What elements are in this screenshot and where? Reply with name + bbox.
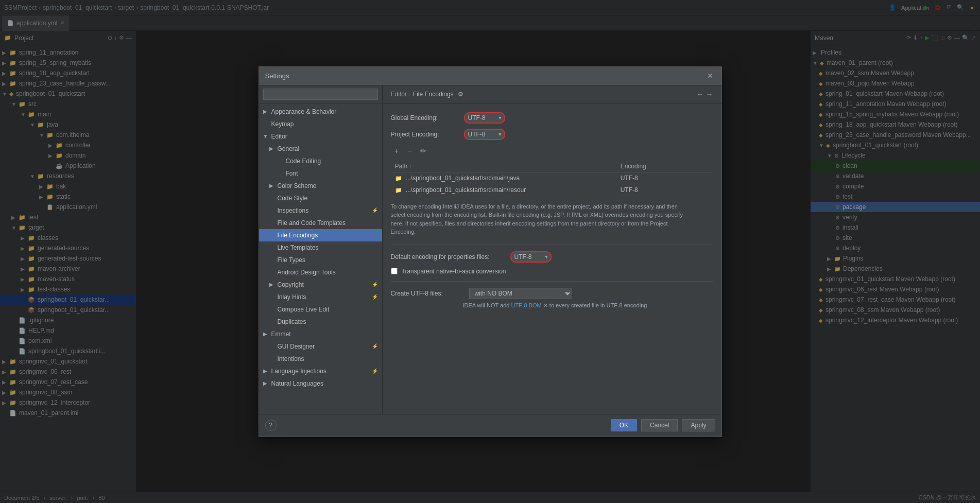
nav-code-editing[interactable]: Code Editing [259, 155, 382, 167]
nav-label: Compose Live Edit [278, 306, 330, 313]
footer-left: ? [265, 420, 277, 431]
nav-label: Duplicates [278, 318, 306, 325]
bom-note-link[interactable]: UTF-8 BOM [511, 302, 541, 308]
ok-button[interactable]: OK [611, 419, 637, 431]
nav-arrow: ▶ [263, 368, 269, 374]
nav-label: File and Code Templates [278, 219, 346, 227]
nav-label: Editor [271, 133, 287, 140]
nav-badge: ⚡ [372, 294, 378, 300]
settings-search-input[interactable] [263, 89, 378, 100]
table-path-cell: 📁 ...\springboot_01_quickstart\src\main\… [391, 184, 616, 196]
nav-android-design[interactable]: Android Design Tools [259, 266, 382, 279]
nav-copyright[interactable]: ▶ Copyright ⚡ [259, 279, 382, 291]
nav-label: Font [286, 170, 298, 177]
path-col-header[interactable]: Path [391, 161, 616, 172]
content-body: Global Encoding: UTF-8 Project Encoding: [383, 104, 721, 414]
nav-badge: ⚡ [372, 343, 378, 349]
nav-keymap[interactable]: Keymap [259, 118, 382, 130]
bom-select[interactable]: with NO BOM with BOM [469, 288, 572, 299]
encoding-toolbar: + − ✏ [391, 145, 713, 157]
global-encoding-select[interactable]: UTF-8 [464, 112, 505, 124]
nav-label: Natural Languages [271, 380, 323, 387]
nav-general[interactable]: ▶ General [259, 143, 382, 155]
table-path-value: ...\springboot_01_quickstart\src\main\re… [406, 186, 526, 194]
project-encoding-row: Project Encoding: UTF-8 [391, 129, 713, 140]
nav-file-types[interactable]: File Types [259, 254, 382, 266]
nav-inlay-hints[interactable]: Inlay Hints ⚡ [259, 291, 382, 303]
content-options-icon[interactable]: ⚙ [458, 91, 463, 98]
project-encoding-label: Project Encoding: [391, 131, 458, 138]
nav-arrow: ▶ [263, 109, 269, 114]
nav-label: Intentions [278, 355, 304, 362]
global-encoding-label: Global Encoding: [391, 114, 458, 122]
nav-label: Live Templates [278, 244, 319, 251]
nav-back-btn[interactable]: ← [697, 90, 704, 98]
settings-nav: ▶ Appearance & Behavior Keymap ▼ Editor … [259, 85, 383, 414]
nav-arrow: ▶ [269, 183, 276, 188]
settings-tree: ▶ Appearance & Behavior Keymap ▼ Editor … [259, 103, 382, 414]
table-path-cell: 📁 ...\springboot_01_quickstart\src\main\… [391, 172, 616, 184]
nav-file-encodings[interactable]: File Encodings [259, 229, 382, 241]
nav-badge: ⚡ [372, 282, 378, 287]
nav-emmet[interactable]: ▶ Emmet [259, 328, 382, 340]
add-encoding-button[interactable]: + [391, 145, 402, 157]
bom-note-prefix: IDEA will NOT add [463, 302, 511, 308]
separator2 [391, 281, 713, 282]
dialog-close-button[interactable]: ✕ [705, 71, 715, 81]
dialog-footer: ? OK Cancel Apply [259, 414, 721, 437]
breadcrumb-current: File Encodings [413, 91, 454, 98]
nav-label: Inspections [278, 207, 309, 214]
cancel-button[interactable]: Cancel [641, 419, 678, 431]
nav-label: General [278, 145, 300, 152]
nav-font[interactable]: Font [259, 167, 382, 180]
nav-label: Emmet [271, 331, 291, 338]
nav-color-scheme[interactable]: ▶ Color Scheme [259, 180, 382, 192]
nav-arrow: ▶ [263, 380, 269, 386]
bom-note-suffix: ✕ to every created file in UTF-8 encodin… [543, 302, 647, 308]
project-encoding-select[interactable]: UTF-8 [464, 129, 505, 140]
nav-label: File Types [278, 256, 305, 264]
nav-label: Android Design Tools [278, 269, 336, 276]
props-encoding-label: Default encoding for properties files: [391, 253, 504, 261]
nav-language-injections[interactable]: ▶ Language Injections ⚡ [259, 365, 382, 377]
transparent-label: Transparent native-to-ascii conversion [402, 268, 506, 275]
content-header-nav: ← → [697, 90, 713, 98]
dialog-body: ▶ Appearance & Behavior Keymap ▼ Editor … [259, 85, 721, 414]
folder-icon: 📁 [395, 187, 402, 193]
nav-label: Code Style [278, 195, 308, 202]
settings-search-area [259, 85, 382, 103]
nav-gui-designer[interactable]: GUI Designer ⚡ [259, 340, 382, 353]
nav-label: Language Injections [271, 368, 326, 375]
nav-code-style[interactable]: Code Style [259, 192, 382, 204]
nav-natural-langs[interactable]: ▶ Natural Languages [259, 377, 382, 390]
nav-label: Inlay Hints [278, 293, 306, 301]
nav-file-code-templates[interactable]: File and Code Templates [259, 217, 382, 229]
apply-button[interactable]: Apply [682, 419, 715, 431]
nav-intentions[interactable]: Intentions [259, 353, 382, 365]
nav-label: GUI Designer [278, 343, 315, 350]
dialog-overlay: Settings ✕ ▶ Appearance & Behavior Keyma… [0, 0, 980, 503]
remove-encoding-button[interactable]: − [404, 145, 416, 157]
nav-compose-live[interactable]: Compose Live Edit [259, 303, 382, 316]
nav-arrow: ▶ [263, 331, 269, 337]
content-breadcrumb: Editor › File Encodings ⚙ [391, 91, 463, 98]
nav-inspections[interactable]: Inspections ⚡ [259, 204, 382, 217]
nav-live-templates[interactable]: Live Templates [259, 241, 382, 254]
breadcrumb-parent: Editor [391, 91, 407, 98]
settings-dialog: Settings ✕ ▶ Appearance & Behavior Keyma… [259, 66, 722, 437]
help-button[interactable]: ? [265, 420, 277, 431]
dialog-titlebar: Settings ✕ [259, 67, 721, 85]
nav-appearance[interactable]: ▶ Appearance & Behavior [259, 106, 382, 118]
transparent-checkbox[interactable] [391, 268, 398, 274]
nav-forward-btn[interactable]: → [706, 90, 713, 98]
nav-badge: ⚡ [372, 207, 378, 213]
nav-editor[interactable]: ▼ Editor [259, 130, 382, 143]
edit-encoding-button[interactable]: ✏ [418, 145, 429, 157]
props-encoding-select[interactable]: UTF-8 [510, 251, 552, 263]
table-encoding-cell: UTF-8 [616, 184, 713, 196]
content-header: Editor › File Encodings ⚙ ← → [383, 85, 721, 104]
nav-arrow: ▶ [269, 146, 276, 151]
nav-duplicates[interactable]: Duplicates [259, 316, 382, 328]
table-encoding-cell: UTF-8 [616, 172, 713, 184]
encoding-col-header: Encoding [616, 161, 713, 172]
